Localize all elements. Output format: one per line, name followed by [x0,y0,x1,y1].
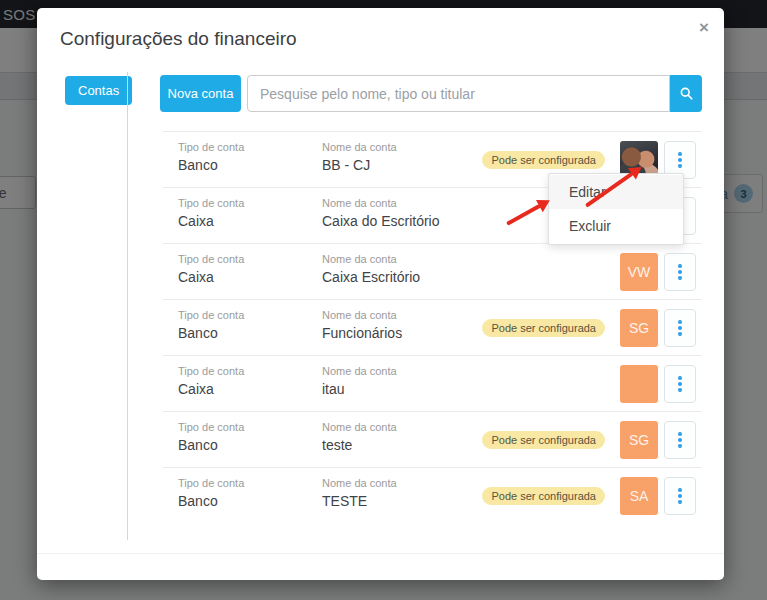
kebab-dot [678,326,682,330]
kebab-menu-button[interactable] [664,477,696,515]
kebab-dot [678,444,682,448]
kebab-dot [678,388,682,392]
kebab-menu-button[interactable] [664,421,696,459]
kebab-dot [678,438,682,442]
new-account-button[interactable]: Nova conta [160,75,241,112]
configurable-badge: Pode ser configurada [482,319,605,337]
name-label: Nome da conta [322,309,402,321]
kebab-dot [678,376,682,380]
search-input[interactable] [247,75,670,112]
kebab-menu-button[interactable] [664,253,696,291]
table-row: Tipo de conta Caixa Nome da conta itau [163,356,702,412]
type-value: Banco [178,493,244,509]
menu-item-editar[interactable]: Editar [549,175,683,209]
table-row: Tipo de conta Banco Nome da conta Funcio… [163,300,702,356]
name-label: Nome da conta [322,141,397,153]
account-avatar: SG [620,421,658,459]
type-label: Tipo de conta [178,477,244,489]
type-value: Caixa [178,213,244,229]
type-label: Tipo de conta [178,197,244,209]
type-label: Tipo de conta [178,365,244,377]
configurable-badge: Pode ser configurada [482,487,605,505]
table-row: Tipo de conta Banco Nome da conta TESTE … [163,468,702,524]
kebab-dot [678,332,682,336]
sidebar-item-contas[interactable]: Contas [65,76,132,105]
table-row: Tipo de conta Caixa Nome da conta Caixa … [163,244,702,300]
type-value: Caixa [178,269,244,285]
type-value: Banco [178,157,244,173]
kebab-dot [678,152,682,156]
kebab-dot [678,270,682,274]
name-label: Nome da conta [322,253,420,265]
name-label: Nome da conta [322,477,397,489]
type-label: Tipo de conta [178,141,244,153]
type-label: Tipo de conta [178,421,244,433]
name-value: teste [322,437,397,453]
name-value: Caixa do Escritório [322,213,440,229]
modal-content: Nova conta Tipo de conta Banco Nome da c… [160,8,705,580]
kebab-menu-button[interactable] [664,309,696,347]
name-value: TESTE [322,493,397,509]
configurable-badge: Pode ser configurada [482,151,605,169]
sidebar-divider [127,72,128,540]
name-label: Nome da conta [322,365,397,377]
financial-settings-modal: Configurações do financeiro × Contas Nov… [37,8,724,580]
type-label: Tipo de conta [178,253,244,265]
name-value: Funcionários [322,325,402,341]
type-value: Banco [178,325,244,341]
kebab-dot [678,494,682,498]
kebab-dot [678,320,682,324]
kebab-menu-button[interactable] [664,365,696,403]
name-label: Nome da conta [322,197,440,209]
account-avatar: VW [620,253,658,291]
type-value: Banco [178,437,244,453]
configurable-badge: Pode ser configurada [482,431,605,449]
table-row: Tipo de conta Banco Nome da conta teste … [163,412,702,468]
search-icon [679,86,694,101]
type-label: Tipo de conta [178,309,244,321]
account-avatar: SA [620,477,658,515]
type-value: Caixa [178,381,244,397]
search-button[interactable] [670,75,702,112]
menu-item-excluir[interactable]: Excluir [549,209,683,243]
kebab-dot [678,158,682,162]
account-avatar: SG [620,309,658,347]
kebab-dot [678,488,682,492]
account-avatar [620,365,658,403]
name-value: BB - CJ [322,157,397,173]
kebab-dot [678,432,682,436]
modal-footer-divider [37,553,724,554]
name-label: Nome da conta [322,421,397,433]
kebab-dot [678,500,682,504]
name-value: Caixa Escritório [322,269,420,285]
kebab-dot [678,264,682,268]
kebab-dot [678,276,682,280]
name-value: itau [322,381,397,397]
kebab-dot [678,164,682,168]
kebab-dot [678,382,682,386]
